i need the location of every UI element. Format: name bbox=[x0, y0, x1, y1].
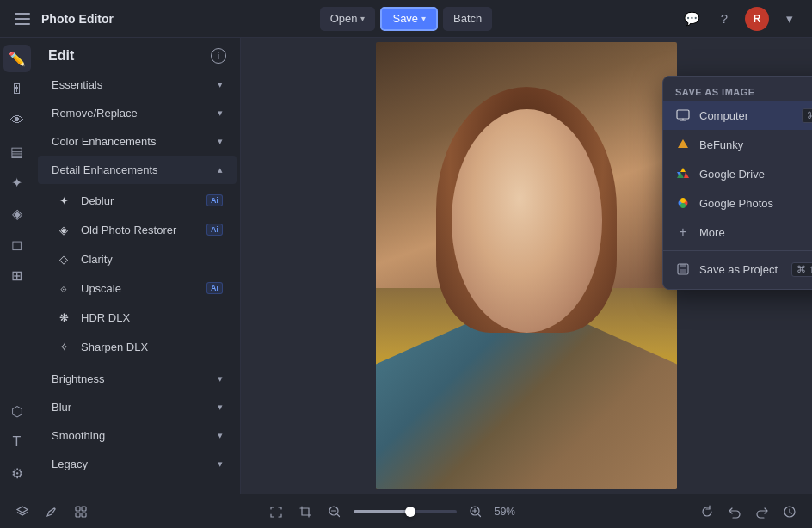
detail-item-old-photo-restorer[interactable]: ◈ Old Photo Restorer Ai bbox=[38, 215, 237, 244]
deblur-icon: ✦ bbox=[55, 192, 72, 209]
help-icon: ? bbox=[721, 11, 728, 26]
svg-point-8 bbox=[680, 198, 686, 203]
legacy-chevron-icon: ▾ bbox=[218, 458, 223, 470]
layers-toggle-button[interactable] bbox=[10, 500, 34, 524]
sidebar-effects-icon[interactable]: ✦ bbox=[3, 169, 31, 196]
section-legacy[interactable]: Legacy ▾ bbox=[38, 450, 237, 478]
section-color-enhancements-label: Color Enhancements bbox=[52, 135, 156, 148]
detail-enhancements-chevron-icon: ▴ bbox=[218, 164, 223, 175]
svg-rect-11 bbox=[680, 264, 686, 267]
pen-tool-button[interactable] bbox=[40, 500, 64, 524]
photo-placeholder bbox=[376, 42, 677, 489]
sidebar-eye-icon[interactable]: 👁 bbox=[3, 107, 31, 134]
section-essentials[interactable]: Essentials ▾ bbox=[38, 71, 237, 99]
redo-button[interactable] bbox=[750, 500, 774, 524]
old-photo-restorer-label: Old Photo Restorer bbox=[81, 224, 198, 236]
svg-rect-15 bbox=[82, 507, 86, 511]
refresh-icon bbox=[700, 505, 714, 519]
section-legacy-label: Legacy bbox=[52, 457, 88, 470]
section-brightness[interactable]: Brightness ▾ bbox=[38, 365, 237, 393]
sidebar-objects-icon[interactable]: ⬡ bbox=[3, 397, 31, 425]
edit-header: Edit i bbox=[34, 38, 240, 71]
bottombar: 59% bbox=[0, 494, 812, 528]
detail-item-sharpen-dlx[interactable]: ✧ Sharpen DLX bbox=[38, 332, 237, 361]
batch-button[interactable]: Batch bbox=[443, 7, 492, 31]
sidebar-grid-icon[interactable]: ⊞ bbox=[3, 261, 31, 289]
computer-shortcut: ⌘ S bbox=[802, 108, 812, 123]
sharpen-dlx-label: Sharpen DLX bbox=[81, 341, 223, 353]
svg-marker-4 bbox=[680, 168, 686, 172]
upscale-icon: ⟐ bbox=[55, 279, 72, 297]
blur-chevron-icon: ▾ bbox=[218, 402, 223, 413]
history-button[interactable] bbox=[778, 500, 802, 524]
zoom-out-icon bbox=[328, 505, 341, 519]
undo-button[interactable] bbox=[723, 500, 747, 524]
sidebar-stamp-icon[interactable]: ◈ bbox=[3, 200, 31, 227]
grid-icon bbox=[74, 505, 88, 519]
account-chevron-icon[interactable]: ▾ bbox=[778, 7, 802, 31]
zoom-out-button[interactable] bbox=[324, 501, 345, 522]
sidebar-shapes-icon[interactable]: ◻ bbox=[3, 230, 31, 258]
detail-items: ✦ Deblur Ai ◈ Old Photo Restorer Ai ◇ Cl… bbox=[34, 184, 240, 365]
section-color-enhancements[interactable]: Color Enhancements ▾ bbox=[38, 127, 237, 156]
sidebar-text-icon[interactable]: T bbox=[3, 428, 31, 456]
section-smoothing[interactable]: Smoothing ▾ bbox=[38, 421, 237, 450]
refresh-button[interactable] bbox=[695, 500, 719, 524]
dropdown-item-computer[interactable]: Computer ⌘ S bbox=[663, 101, 812, 130]
more-icon: + bbox=[675, 224, 691, 240]
save-project-shortcut: ⌘ ⇧ S bbox=[791, 262, 812, 277]
open-button[interactable]: Open ▾ bbox=[320, 7, 376, 31]
svg-rect-17 bbox=[82, 513, 86, 517]
topbar-right: 💬 ? R ▾ bbox=[499, 7, 802, 31]
help-icon-button[interactable]: ? bbox=[712, 7, 736, 31]
dropdown-item-google-photos[interactable]: Google Photos bbox=[663, 188, 812, 218]
fit-screen-icon bbox=[269, 505, 283, 519]
avatar[interactable]: R bbox=[745, 7, 769, 31]
section-essentials-label: Essentials bbox=[52, 78, 102, 91]
upscale-ai-badge: Ai bbox=[206, 282, 223, 294]
old-photo-restorer-ai-badge: Ai bbox=[206, 224, 223, 236]
dropdown-item-google-drive[interactable]: Google Drive bbox=[663, 159, 812, 188]
sidebar-adjustments-icon[interactable]: 🎚 bbox=[3, 76, 31, 103]
save-chevron-icon: ▾ bbox=[421, 14, 426, 23]
chat-icon: 💬 bbox=[684, 11, 700, 27]
crop-button[interactable] bbox=[295, 501, 316, 522]
upscale-label: Upscale bbox=[81, 282, 198, 295]
save-button[interactable]: Save ▾ bbox=[380, 7, 438, 31]
info-icon[interactable]: i bbox=[211, 48, 226, 64]
section-blur[interactable]: Blur ▾ bbox=[38, 393, 237, 421]
photo-container bbox=[376, 42, 677, 489]
svg-rect-12 bbox=[680, 269, 686, 273]
fit-screen-button[interactable] bbox=[266, 501, 286, 522]
section-remove-replace[interactable]: Remove/Replace ▾ bbox=[38, 99, 237, 127]
sidebar-settings-icon[interactable]: ⚙ bbox=[3, 459, 31, 487]
sidebar-edit-icon[interactable]: ✏️ bbox=[3, 45, 31, 72]
computer-icon bbox=[675, 107, 691, 123]
dropdown-item-save-project[interactable]: Save as Project ⌘ ⇧ S bbox=[663, 255, 812, 284]
detail-item-upscale[interactable]: ⟐ Upscale Ai bbox=[38, 273, 237, 303]
zoom-slider[interactable] bbox=[354, 510, 457, 513]
dropdown-item-befunky[interactable]: BeFunky bbox=[663, 130, 812, 159]
layers-icon bbox=[15, 505, 29, 519]
photo-face bbox=[452, 109, 602, 333]
grid-view-button[interactable] bbox=[69, 500, 93, 524]
save-dropdown-menu: Save as Image Computer ⌘ S B bbox=[662, 76, 812, 290]
section-remove-replace-label: Remove/Replace bbox=[52, 107, 138, 120]
hdr-dlx-label: HDR DLX bbox=[81, 311, 223, 324]
detail-item-hdr-dlx[interactable]: ❋ HDR DLX bbox=[38, 303, 237, 332]
dropdown-section-title: Save as Image bbox=[663, 82, 812, 101]
section-detail-enhancements[interactable]: Detail Enhancements ▴ bbox=[38, 156, 237, 184]
bottombar-center: 59% bbox=[100, 501, 688, 522]
detail-item-deblur[interactable]: ✦ Deblur Ai bbox=[38, 186, 237, 215]
sidebar-layers-icon[interactable]: ▤ bbox=[3, 138, 31, 165]
dropdown-item-more[interactable]: + More › bbox=[663, 218, 812, 247]
sharpen-dlx-icon: ✧ bbox=[55, 338, 72, 355]
icon-sidebar: ✏️ 🎚 👁 ▤ ✦ ◈ ◻ ⊞ ⬡ T ⚙ bbox=[0, 38, 34, 494]
svg-rect-16 bbox=[76, 513, 80, 517]
zoom-in-button[interactable] bbox=[465, 501, 486, 522]
google-photos-label: Google Photos bbox=[699, 197, 812, 210]
chat-icon-button[interactable]: 💬 bbox=[680, 7, 704, 31]
detail-item-clarity[interactable]: ◇ Clarity bbox=[38, 244, 237, 273]
section-detail-enhancements-label: Detail Enhancements bbox=[52, 163, 158, 176]
hamburger-button[interactable] bbox=[10, 7, 34, 31]
